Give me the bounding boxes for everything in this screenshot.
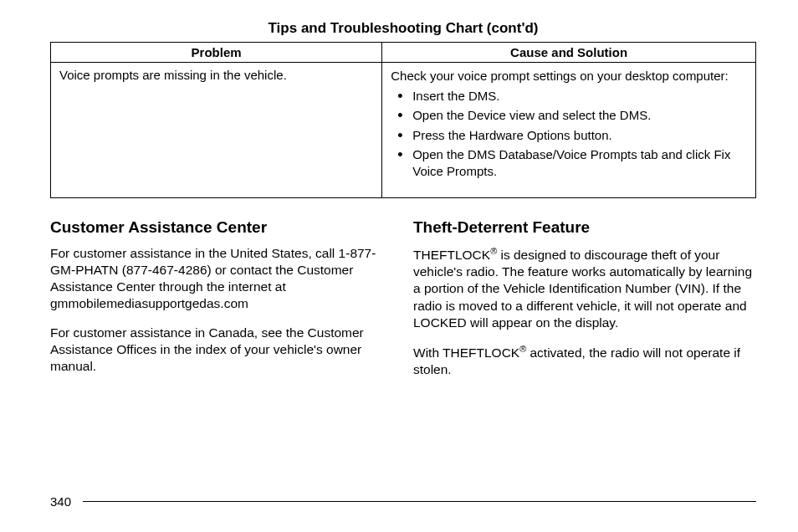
bullet-item: Open the Device view and select the DMS. (409, 107, 747, 124)
solution-intro: Check your voice prompt settings on your… (391, 68, 747, 84)
registered-mark: ® (519, 344, 526, 354)
theft-deterrent-p1: THEFTLOCK® is designed to discourage the… (413, 245, 756, 331)
theft-deterrent-p2: With THEFTLOCK® activated, the radio wil… (413, 343, 756, 378)
solution-cell: Check your voice prompt settings on your… (382, 63, 756, 198)
footer-rule (83, 501, 756, 503)
troubleshooting-table: Problem Cause and Solution Voice prompts… (50, 42, 756, 198)
bullet-item: Open the DMS Database/Voice Prompts tab … (409, 146, 747, 179)
problem-cell: Voice prompts are missing in the vehicle… (51, 63, 382, 198)
table-row: Voice prompts are missing in the vehicle… (51, 63, 756, 198)
text-columns: Customer Assistance Center For customer … (50, 213, 756, 390)
left-column: Customer Assistance Center For customer … (50, 213, 393, 390)
customer-assistance-heading: Customer Assistance Center (50, 218, 393, 237)
bullet-item: Press the Hardware Options button. (409, 127, 747, 144)
customer-assistance-p1: For customer assistance in the United St… (50, 245, 393, 313)
chart-title: Tips and Troubleshooting Chart (cont'd) (50, 20, 756, 37)
solution-bullets: Insert the DMS. Open the Device view and… (391, 88, 747, 180)
right-column: Theft-Deterrent Feature THEFTLOCK® is de… (413, 213, 756, 390)
page-footer: 340 (50, 494, 756, 509)
theft-deterrent-heading: Theft-Deterrent Feature (413, 218, 756, 237)
page-number: 340 (50, 494, 71, 509)
bullet-item: Insert the DMS. (409, 88, 747, 105)
customer-assistance-p2: For customer assistance in Canada, see t… (50, 325, 393, 375)
registered-mark: ® (490, 246, 497, 256)
manual-page: Tips and Troubleshooting Chart (cont'd) … (0, 0, 798, 390)
table-header-solution: Cause and Solution (382, 43, 756, 63)
table-header-problem: Problem (51, 43, 382, 63)
